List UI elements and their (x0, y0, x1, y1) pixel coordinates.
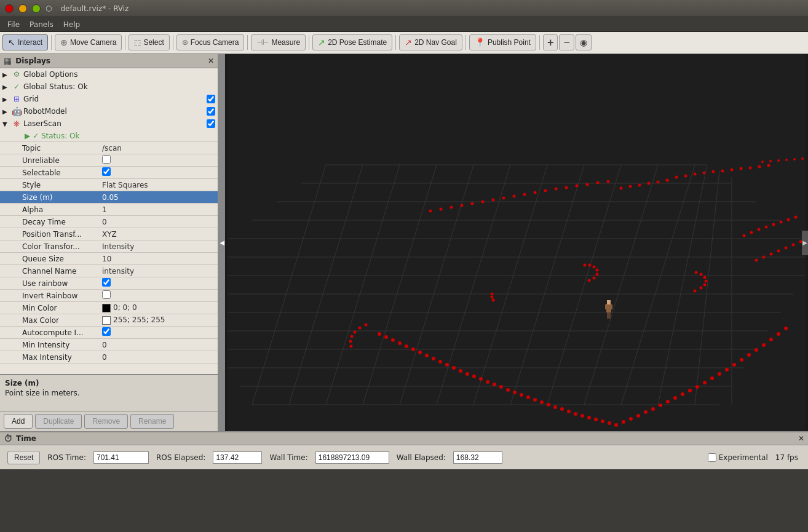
prop-autocompute[interactable]: Autocompute I... (0, 327, 218, 339)
close-button[interactable] (5, 4, 14, 13)
svg-point-29 (675, 176, 678, 179)
publish-button[interactable]: 📍 Publish Point (469, 34, 536, 50)
svg-point-148 (596, 273, 599, 276)
prop-status[interactable]: ▶ ✓ Status: Ok (0, 130, 218, 142)
unreliable-checkbox[interactable] (102, 155, 111, 164)
add-button[interactable]: Add (4, 414, 33, 429)
svg-point-36 (740, 167, 743, 170)
prop-use-rainbow[interactable]: Use rainbow (0, 277, 218, 290)
svg-point-105 (587, 416, 591, 419)
menu-help[interactable]: Help (58, 19, 85, 30)
tree-item-robotmodel[interactable]: ▶ 🤖 RobotModel (0, 105, 218, 117)
svg-point-52 (666, 179, 669, 182)
prop-max-intensity[interactable]: Max Intensity 0 (0, 351, 218, 363)
info-panel: Size (m) Point size in meters. (0, 374, 218, 411)
measure-button[interactable]: ⊣⊢ Measure (251, 34, 306, 50)
prop-name-unreliable: Unreliable (22, 156, 102, 165)
time-header: ⏱ Time ✕ (0, 432, 808, 445)
prop-channel-name[interactable]: Channel Name intensity (0, 265, 218, 277)
svg-point-145 (695, 271, 698, 274)
prop-topic[interactable]: Topic /scan (0, 142, 218, 154)
svg-point-125 (732, 363, 736, 367)
svg-point-34 (721, 170, 724, 173)
robotmodel-checkbox[interactable] (207, 107, 215, 116)
menu-file[interactable]: File (2, 19, 25, 30)
3d-viewport[interactable]: ▶ (225, 54, 808, 431)
displays-close-icon[interactable]: ✕ (208, 57, 214, 65)
svg-point-45 (801, 157, 804, 160)
maximize-button[interactable] (32, 4, 41, 13)
prop-name-min-color: Min Color (22, 304, 102, 312)
laserscan-checkbox[interactable] (207, 119, 215, 128)
svg-point-133 (365, 324, 368, 327)
prop-name-max-color: Max Color (22, 316, 102, 325)
ros-time-input[interactable] (93, 451, 149, 464)
select-button[interactable]: ⬚ Select (129, 34, 169, 50)
navgoal-button[interactable]: ↗ 2D Nav Goal (399, 34, 462, 50)
svg-point-147 (593, 277, 596, 280)
plus-button[interactable]: + (543, 34, 558, 50)
prop-min-intensity[interactable]: Min Intensity 0 (0, 339, 218, 351)
svg-point-117 (673, 396, 677, 400)
svg-point-33 (712, 170, 715, 173)
autocompute-checkbox[interactable] (102, 327, 111, 336)
time-close-icon[interactable]: ✕ (798, 434, 804, 443)
prop-size[interactable]: Size (m) 0.05 (0, 191, 218, 204)
svg-point-114 (651, 407, 655, 411)
measure-label: Measure (271, 38, 300, 47)
view-button[interactable]: ◉ (576, 34, 592, 50)
movecam-button[interactable]: ⊕ Move Camera (55, 34, 122, 50)
tree-item-global-options[interactable]: ▶ ⚙ Global Options (0, 68, 218, 81)
prop-value-selectable (102, 167, 215, 178)
use-rainbow-checkbox[interactable] (102, 278, 111, 287)
prop-alpha[interactable]: Alpha 1 (0, 204, 218, 216)
tree-item-grid[interactable]: ▶ ⊞ Grid (0, 93, 218, 105)
prop-pos-transform[interactable]: Position Transf... XYZ (0, 228, 218, 240)
duplicate-button[interactable]: Duplicate (35, 414, 82, 429)
panel-collapse-arrow[interactable]: ◀ (219, 54, 225, 431)
pose-button[interactable]: ↗ 2D Pose Estimate (312, 34, 392, 50)
svg-point-61 (513, 195, 516, 198)
ros-elapsed-input[interactable] (213, 451, 262, 464)
selectable-checkbox[interactable] (102, 167, 111, 176)
svg-point-69 (596, 181, 600, 185)
focus-button[interactable]: ⊛ Focus Camera (176, 34, 245, 50)
svg-point-49 (648, 182, 651, 185)
prop-max-color[interactable]: Max Color 255; 255; 255 (0, 314, 218, 327)
svg-point-129 (762, 343, 766, 347)
prop-style[interactable]: Style Flat Squares (0, 179, 218, 191)
menu-panels[interactable]: Panels (25, 19, 58, 30)
wall-time-input[interactable] (315, 451, 389, 464)
gear-icon-global: ⚙ (11, 70, 22, 79)
prop-unreliable[interactable]: Unreliable (0, 154, 218, 167)
remove-button[interactable]: Remove (84, 414, 128, 429)
window-title: default.rviz* - RViz (60, 4, 129, 13)
svg-point-77 (398, 341, 402, 345)
prop-decay-time[interactable]: Decay Time 0 (0, 216, 218, 228)
prop-value-pos-transform: XYZ (102, 230, 215, 239)
interact-button[interactable]: ↖ Interact (2, 34, 48, 50)
invert-rainbow-checkbox[interactable] (102, 290, 111, 299)
minimize-button[interactable] (18, 4, 27, 13)
tree-item-global-status[interactable]: ▶ ✓ Global Status: Ok (0, 81, 218, 93)
prop-selectable[interactable]: Selectable (0, 167, 218, 179)
grid-checkbox[interactable] (207, 95, 215, 103)
svg-point-60 (502, 197, 505, 200)
svg-point-102 (567, 410, 571, 413)
prop-color-transform[interactable]: Color Transfor... Intensity (0, 240, 218, 253)
prop-name-max-intensity: Max Intensity (22, 353, 102, 362)
right-panel-arrow[interactable]: ▶ (802, 231, 808, 255)
tree-item-laserscan[interactable]: ▼ ❋ LaserScan (0, 117, 218, 130)
reset-button[interactable]: Reset (7, 451, 40, 464)
svg-point-156 (777, 250, 780, 253)
rename-button[interactable]: Rename (130, 414, 174, 429)
minus-button[interactable]: − (559, 34, 574, 50)
wall-elapsed-input[interactable] (453, 451, 502, 464)
prop-queue-size[interactable]: Queue Size 10 (0, 253, 218, 265)
prop-min-color[interactable]: Min Color 0; 0; 0 (0, 302, 218, 314)
prop-invert-rainbow[interactable]: Invert Rainbow (0, 290, 218, 302)
experimental-checkbox[interactable] (708, 453, 716, 462)
svg-point-130 (769, 338, 773, 341)
svg-point-139 (694, 290, 697, 293)
svg-point-122 (710, 376, 714, 380)
